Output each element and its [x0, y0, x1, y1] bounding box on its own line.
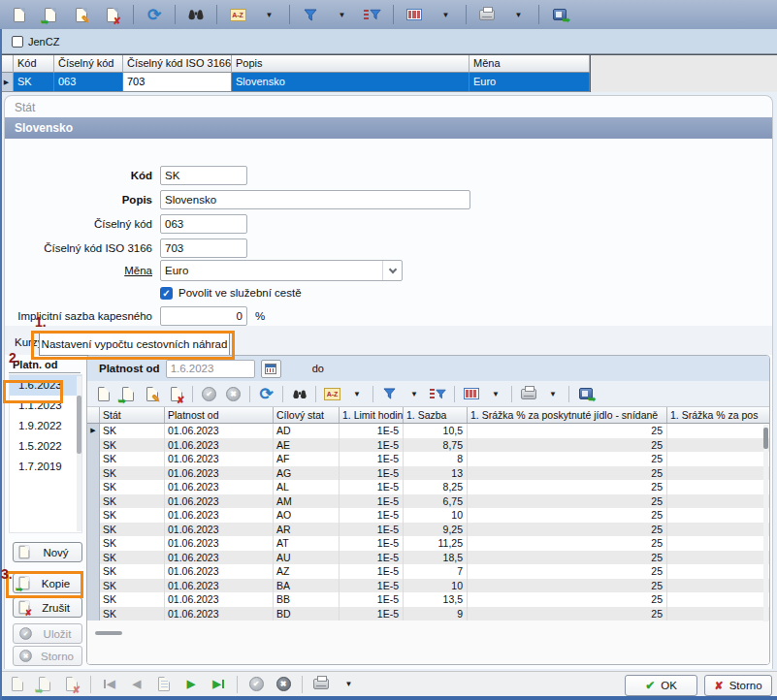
rates-grid-row[interactable]: SK01.06.2023AT1E-511,2525 [87, 536, 769, 551]
kurzy-list-scrollbar[interactable] [77, 376, 81, 531]
column-header-mena[interactable]: Měna [469, 55, 590, 73]
rates-grid-cell[interactable]: BA [274, 579, 340, 593]
cell-ciselny-kod[interactable]: 063 [54, 73, 123, 91]
rates-grid-cell[interactable]: 25 [468, 592, 667, 607]
footer-new-button[interactable] [7, 674, 28, 695]
rates-grid-row[interactable]: SK01.06.2023AG1E-51325 [87, 466, 769, 481]
last-record-button[interactable]: ▶ [208, 674, 229, 695]
copy-button[interactable] [39, 3, 62, 26]
rates-grid-cell-empty[interactable] [667, 480, 769, 494]
popis-input[interactable]: Slovensko [160, 190, 470, 209]
delete-button[interactable] [101, 3, 124, 26]
rates-grid-cell[interactable]: 25 [468, 480, 667, 494]
column-header-kod[interactable]: Kód [14, 55, 54, 73]
rates-grid-cell-empty[interactable] [667, 523, 769, 537]
rates-grid-row[interactable]: SK01.06.2023AZ1E-5725 [87, 564, 769, 579]
grid-export-button[interactable] [575, 384, 596, 404]
grid-copy-button[interactable] [117, 384, 138, 404]
rates-grid-cell[interactable]: 9,25 [404, 523, 468, 537]
footer-print-dropdown[interactable]: ▼ [338, 674, 359, 695]
ok-button[interactable]: ✔ OK [625, 675, 697, 696]
grid-sort-az-button[interactable] [322, 384, 342, 404]
ulozit-button[interactable]: ✔ Uložit [13, 623, 82, 644]
print-dropdown[interactable]: ▼ [506, 3, 530, 26]
ciselny-kod-input[interactable]: 063 [160, 214, 247, 234]
rates-grid-cell[interactable]: 01.06.2023 [165, 579, 274, 593]
footer-cancel-button[interactable]: ✖ [273, 674, 294, 695]
columns-button[interactable] [403, 3, 426, 26]
browse-list-button[interactable] [153, 674, 175, 695]
rates-grid-cell[interactable]: 1E-5 [340, 551, 404, 565]
rates-grid-cell[interactable]: 1E-5 [340, 564, 404, 579]
column-header-popis[interactable]: Popis [232, 55, 469, 73]
rates-grid-cell[interactable]: SK [100, 424, 165, 438]
rates-grid-cell[interactable]: 8,25 [404, 480, 468, 494]
rates-grid-cell[interactable]: AD [274, 424, 340, 438]
mena-label[interactable]: Měna [5, 265, 152, 276]
export-button[interactable] [548, 3, 571, 26]
rates-grid-row[interactable]: SK01.06.2023AU1E-518,525 [87, 551, 769, 565]
cell-iso-focused[interactable]: 703 [123, 73, 232, 91]
grid-print-dropdown[interactable]: ▼ [542, 384, 563, 404]
rates-grid-cell[interactable]: AT [274, 536, 340, 551]
rates-grid-cell-empty[interactable] [667, 607, 769, 621]
rates-grid-cell[interactable]: 25 [468, 579, 667, 593]
grid-accept-button[interactable]: ✔ [199, 384, 219, 404]
rates-grid-cell[interactable]: 1E-5 [340, 452, 404, 466]
rates-grid-cell-empty[interactable] [667, 508, 769, 523]
rates-grid-cell[interactable]: SK [100, 536, 165, 551]
kurzy-list-item[interactable]: 1.5.2022 [10, 436, 81, 457]
rates-grid-cell[interactable]: SK [100, 551, 165, 565]
rates-grid-cell[interactable]: 25 [468, 452, 667, 466]
rates-grid-cell[interactable]: AU [274, 551, 340, 565]
grid-new-button[interactable] [93, 384, 113, 404]
grid-filter-values-button[interactable] [428, 384, 448, 404]
cell-popis[interactable]: Slovensko [232, 73, 469, 91]
rates-grid-cell[interactable]: 25 [468, 564, 667, 579]
rates-grid-cell[interactable]: 01.06.2023 [165, 424, 274, 438]
rates-grid-cell[interactable]: AO [274, 508, 340, 523]
rates-grid-row[interactable]: SK01.06.2023BD1E-5925 [87, 607, 769, 621]
rates-grid-cell[interactable]: BD [274, 607, 340, 621]
rates-grid-cell[interactable]: 25 [468, 466, 667, 481]
grid-edit-button[interactable] [142, 384, 162, 404]
column-header-srazka-snidane[interactable]: 1. Srážka % za poskytnuté jídlo - snídan… [468, 407, 667, 423]
grid-delete-button[interactable] [166, 384, 186, 404]
rates-grid-cell[interactable]: 1E-5 [340, 508, 404, 523]
novy-button[interactable]: Nový [13, 542, 82, 562]
rates-grid-cell[interactable]: 1E-5 [340, 480, 404, 494]
sort-az-dropdown[interactable]: ▼ [257, 3, 280, 26]
cell-kod[interactable]: SK [14, 73, 54, 91]
rates-grid-cell[interactable]: 01.06.2023 [165, 592, 274, 607]
mena-dropdown-button[interactable] [382, 261, 402, 280]
rates-grid-cell[interactable]: 25 [468, 438, 667, 453]
rates-grid-cell[interactable]: 01.06.2023 [165, 480, 274, 494]
rates-grid-cell[interactable]: 9 [404, 607, 468, 621]
filter-button[interactable] [299, 3, 322, 26]
column-header-cilovy-stat[interactable]: Cílový stat [274, 407, 340, 423]
sort-az-button[interactable] [226, 3, 249, 26]
grid-search-button[interactable] [289, 384, 309, 404]
rates-grid-cell[interactable]: 8,75 [404, 438, 468, 453]
rates-grid-cell[interactable]: 11,25 [404, 536, 468, 551]
rates-grid-cell-empty[interactable] [667, 592, 769, 607]
rates-grid-cell[interactable]: 1E-5 [340, 592, 404, 607]
rates-grid-cell[interactable]: 1E-5 [340, 536, 404, 551]
rates-grid-cell[interactable]: 1E-5 [340, 424, 404, 438]
platnost-od-input[interactable]: 1.6.2023 [166, 360, 255, 378]
footer-accept-button[interactable]: ✔ [245, 674, 267, 695]
rates-grid-cell[interactable]: 01.06.2023 [165, 466, 274, 481]
refresh-button[interactable]: ⟳ [143, 3, 166, 26]
rates-grid-cell[interactable]: 10 [404, 508, 468, 523]
rates-grid-cell[interactable]: AZ [274, 564, 340, 579]
grid-filter-button[interactable] [379, 384, 400, 404]
column-header-sazba[interactable]: 1. Sazba [404, 407, 468, 423]
rates-grid-cell[interactable]: 6,75 [404, 494, 468, 509]
rates-grid-cell[interactable]: 01.06.2023 [165, 564, 274, 579]
grid-sort-az-dropdown[interactable]: ▼ [346, 384, 367, 404]
footer-delete-button[interactable] [61, 674, 82, 695]
search-button[interactable] [184, 3, 208, 26]
new-button[interactable] [8, 3, 31, 26]
rates-grid-cell[interactable]: 01.06.2023 [165, 523, 274, 537]
rates-grid-row[interactable]: SK01.06.2023AE1E-58,7525 [87, 438, 769, 453]
